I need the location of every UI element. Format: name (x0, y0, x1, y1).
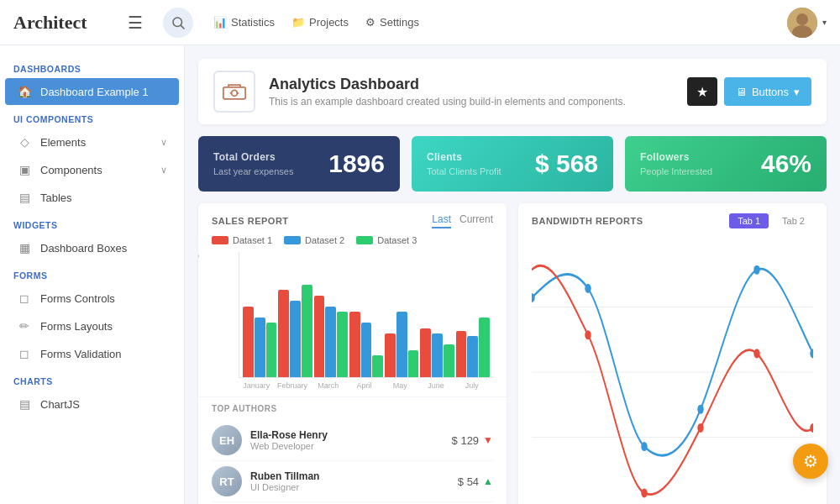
bar-group (420, 328, 454, 378)
star-button[interactable]: ★ (687, 77, 717, 106)
nav-settings[interactable]: ⚙ Settings (365, 16, 419, 29)
sidebar-item-forms-layouts[interactable]: ✏ Forms Layouts (5, 312, 179, 339)
gear-icon: ⚙ (803, 451, 818, 471)
bar-group (243, 307, 276, 378)
x-labels: JanuaryFebruaryMarchAprilMayJuneJuly (212, 378, 493, 390)
sidebar-section-label: FORMS (0, 262, 184, 284)
trend-down-icon: ▼ (483, 434, 493, 446)
bar (314, 296, 325, 378)
sidebar-item-label: Dashboard Boxes (40, 242, 127, 255)
bar (290, 301, 301, 377)
bandwidth-header: BANDWIDTH REPORTS Tab 1Tab 2 (518, 203, 827, 235)
sidebar-item-dashboard-example-1[interactable]: 🏠 Dashboard Example 1 (5, 78, 179, 105)
settings-icon: ⚙ (365, 16, 375, 29)
gear-fab[interactable]: ⚙ (793, 444, 828, 479)
tab-current[interactable]: Current (459, 213, 493, 228)
bandwidth-svg (532, 242, 813, 502)
bandwidth-title: BANDWIDTH REPORTS (532, 216, 643, 226)
bar (278, 290, 289, 377)
settings-label: Settings (380, 16, 419, 29)
svg-point-11 (585, 284, 591, 293)
trend-up-icon: ▲ (483, 475, 493, 487)
legend-label: Dataset 1 (233, 235, 272, 245)
tab-last[interactable]: Last (432, 213, 451, 228)
bar-group (278, 285, 312, 378)
bar (385, 333, 396, 377)
chevron-icon: ∨ (160, 165, 167, 176)
sidebar-item-dashboard-boxes[interactable]: ▦ Dashboard Boxes (5, 234, 179, 261)
bar-group (314, 296, 348, 378)
sidebar-item-label: Forms Layouts (40, 320, 113, 333)
svg-point-6 (232, 90, 238, 96)
page-header-text: Analytics Dashboard This is an example d… (269, 76, 674, 108)
bandwidth-tab[interactable]: Tab 1 (729, 213, 769, 228)
nav-links: 📊 Statistics 📁 Projects ⚙ Settings (213, 16, 419, 29)
bar (432, 333, 443, 377)
nav-projects[interactable]: 📁 Projects (291, 16, 349, 29)
sidebar-item-components[interactable]: ▣ Components ∨ (5, 156, 179, 183)
sidebar-item-forms-controls[interactable]: ◻ Forms Controls (5, 285, 179, 312)
sidebar-item-chartjs[interactable]: ▤ ChartJS (5, 391, 179, 417)
svg-point-20 (810, 423, 813, 433)
stat-card-green: Followers People Interested 46% (625, 136, 827, 192)
bar-group (456, 318, 490, 378)
bar (302, 285, 312, 378)
sidebar-item-tables[interactable]: ▤ Tables (5, 184, 179, 211)
sidebar-item-icon: ▤ (17, 397, 32, 411)
hamburger-icon[interactable]: ☰ (128, 13, 143, 33)
buttons-icon: 🖥 (736, 86, 747, 98)
svg-point-13 (697, 405, 703, 414)
svg-point-18 (697, 423, 703, 433)
stat-cards: Total Orders Last year expenses 1896 Cli… (198, 136, 827, 192)
svg-rect-5 (223, 87, 245, 99)
bar (408, 350, 419, 378)
bar (266, 323, 277, 377)
stat-card-teal: Clients Total Clients Profit $ 568 (412, 136, 613, 192)
legend-label: Dataset 3 (377, 235, 417, 245)
author-name: Ella-Rose Henry (250, 429, 444, 441)
nav-statistics[interactable]: 📊 Statistics (213, 16, 275, 29)
svg-point-19 (753, 349, 759, 358)
sidebar-item-label: Forms Controls (40, 292, 115, 305)
buttons-button[interactable]: 🖥 Buttons ▾ (724, 77, 811, 106)
sidebar-item-icon: ▦ (17, 241, 32, 255)
sidebar-section-label: CHARTS (0, 368, 184, 390)
stat-card-value: 46% (761, 150, 811, 178)
bar-group (385, 312, 418, 377)
user-avatar[interactable]: ▾ (787, 8, 827, 38)
author-avatar: RT (212, 466, 242, 496)
y-label: 100 (198, 252, 199, 260)
sales-report-card: SALES REPORT Last Current Dataset 1 Data… (198, 203, 507, 504)
bar (349, 312, 360, 377)
legend-item: Dataset 1 (212, 235, 272, 245)
sidebar-item-elements[interactable]: ◇ Elements ∨ (5, 129, 179, 155)
y-label: 80 (198, 277, 199, 286)
sidebar-item-forms-validation[interactable]: ◻ Forms Validation (5, 340, 179, 367)
bandwidth-chart (518, 235, 827, 504)
author-amount: $ 129 ▼ (452, 434, 493, 447)
dashboard-icon (213, 71, 255, 113)
sidebar-item-icon: ▤ (17, 191, 32, 204)
stat-card-sub: Last year expenses (213, 166, 293, 176)
stat-card-sub: Total Clients Profit (427, 166, 501, 176)
author-row: RT Ruben Tillman UI Designer $ 54 ▲ (212, 461, 493, 502)
sidebar: DASHBOARDS🏠 Dashboard Example 1 UI COMPO… (0, 45, 185, 504)
chart-area: 10080604020 JanuaryFebruaryMarchAprilMay… (198, 252, 507, 396)
sidebar-item-icon: ▣ (17, 163, 32, 176)
bar-chart (239, 252, 493, 378)
author-avatar: EH (212, 425, 242, 455)
stat-card-label: Total Orders (213, 151, 293, 163)
sidebar-item-icon: ◻ (17, 291, 32, 305)
x-label: February (275, 381, 311, 390)
bandwidth-tab[interactable]: Tab 2 (774, 213, 813, 228)
search-button[interactable] (163, 8, 193, 38)
legend-color (212, 236, 228, 244)
projects-icon: 📁 (291, 16, 305, 29)
main-content: Analytics Dashboard This is an example d… (185, 45, 840, 504)
statistics-icon: 📊 (213, 16, 227, 29)
authors-section: TOP AUTHORS EH Ella-Rose Henry Web Devel… (198, 396, 507, 504)
svg-point-16 (585, 330, 591, 339)
svg-point-14 (753, 265, 759, 275)
stat-card-sub: People Interested (640, 166, 712, 176)
logo: Architect (13, 12, 114, 34)
